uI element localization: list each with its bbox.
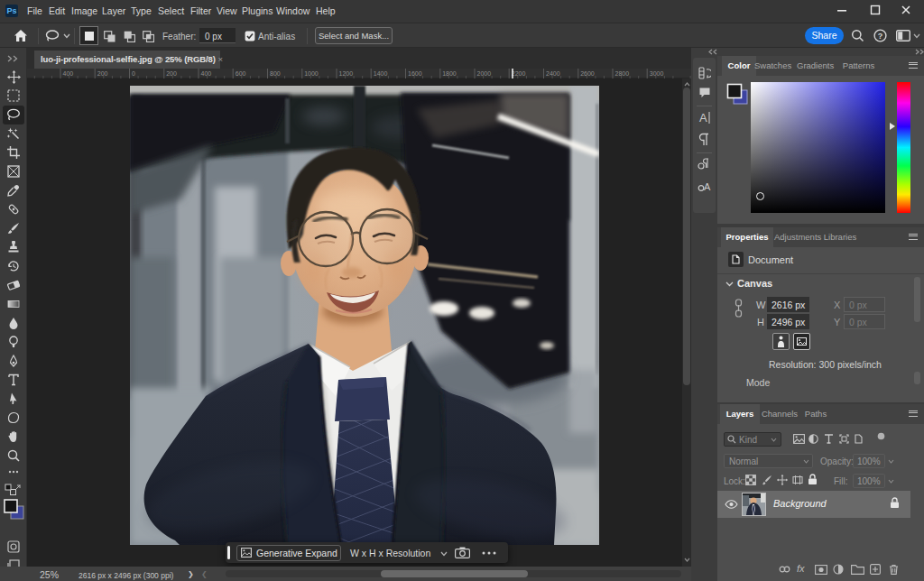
svg-text:2000: 2000: [477, 70, 492, 77]
svg-text:1400: 1400: [374, 70, 388, 77]
svg-text:1800: 1800: [442, 70, 457, 77]
svg-text:2800: 2800: [615, 70, 630, 77]
svg-text:2600: 2600: [580, 70, 595, 77]
svg-text:3000: 3000: [650, 70, 664, 77]
svg-text:0: 0: [132, 70, 135, 77]
svg-text:200: 200: [97, 70, 108, 77]
svg-text:200: 200: [166, 70, 177, 77]
svg-text:1000: 1000: [304, 70, 319, 77]
svg-text:2200: 2200: [512, 70, 526, 77]
svg-text:A: A: [699, 111, 707, 124]
svg-text:400: 400: [63, 70, 74, 77]
svg-text:600: 600: [236, 70, 246, 77]
svg-text:800: 800: [270, 70, 281, 77]
svg-text:?: ?: [878, 32, 883, 41]
svg-text:400: 400: [201, 70, 212, 77]
svg-text:2400: 2400: [546, 70, 560, 77]
svg-text:1600: 1600: [408, 70, 422, 77]
svg-text:A: A: [704, 181, 711, 192]
svg-text:1200: 1200: [339, 70, 354, 77]
